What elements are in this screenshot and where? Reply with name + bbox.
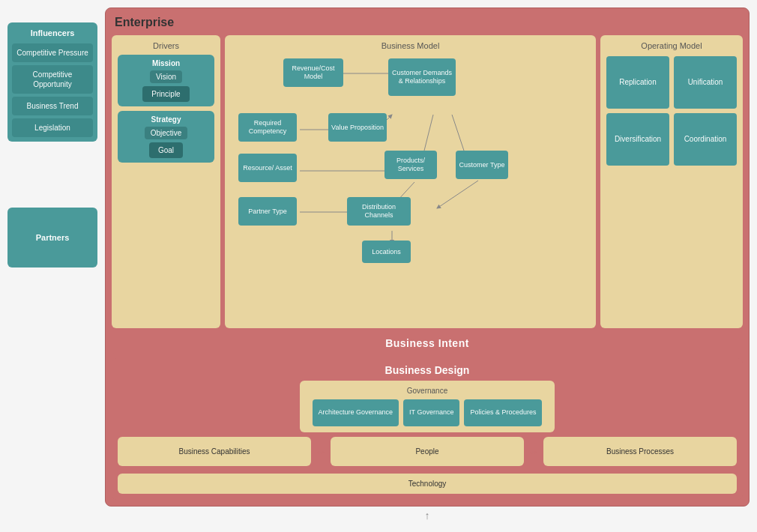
bottom-up-arrow: ↑ — [105, 507, 750, 525]
business-processes: Business Processes — [543, 437, 737, 466]
influencer-legislation: Legislation — [12, 118, 93, 137]
bm-partner-type: Partner Type — [238, 197, 297, 226]
driver-mission: Mission — [152, 59, 180, 67]
gov-architecture: Architecture Governance — [313, 399, 399, 426]
bottom-capabilities-row: Business Capabilities ↔ People ↔ Busines… — [118, 437, 737, 466]
driver-objective: Objective — [145, 127, 188, 139]
governance-box: Governance Architecture Governance IT Go… — [300, 381, 555, 432]
svg-line-8 — [437, 181, 478, 208]
bm-value-proposition: Value Proposition — [328, 113, 387, 142]
main-area: Enterprise Drivers Mission Vision Princi… — [105, 7, 750, 525]
bm-customer-demands: Customer Demands & Relationships — [388, 58, 456, 96]
influencer-business-trend: Business Trend — [12, 97, 93, 115]
bm-resource-asset: Resource/ Asset — [238, 154, 297, 182]
om-grid: Replication Unification Diversification … — [606, 56, 737, 166]
operating-model-box: Operating Model Replication Unification … — [600, 35, 743, 328]
governance-title: Governance — [306, 387, 549, 395]
governance-nodes: Architecture Governance IT Governance Po… — [306, 399, 549, 426]
partners-box: Partners — [7, 208, 97, 267]
influencers-title: Influencers — [12, 27, 93, 40]
arrow-people-processes: ↔ — [527, 446, 540, 458]
driver-group-2: Strategy Objective Goal — [118, 111, 214, 163]
om-diversification: Diversification — [606, 113, 669, 166]
driver-group-1: Mission Vision Principle — [118, 55, 214, 106]
business-design-section: Business Design Governance Architecture … — [112, 358, 743, 500]
enterprise-box: Enterprise Drivers Mission Vision Princi… — [105, 7, 750, 507]
bm-products: Products/ Services — [384, 151, 437, 179]
enterprise-title: Enterprise — [112, 14, 743, 31]
bm-locations: Locations — [362, 241, 411, 263]
drivers-title: Drivers — [118, 41, 214, 50]
drivers-box: Drivers Mission Vision Principle Strateg… — [112, 35, 220, 328]
top-row: Drivers Mission Vision Principle Strateg… — [112, 35, 743, 328]
influencer-competitive-pressure: Competitive Pressure — [12, 43, 93, 62]
arrow-cap-people: ↔ — [314, 446, 328, 458]
bm-customer-type: Customer Type — [456, 151, 508, 179]
om-replication: Replication — [606, 56, 669, 109]
business-capabilities: Business Capabilities — [118, 437, 311, 466]
om-unification: Unification — [674, 56, 737, 109]
business-intent-bar: Business Intent — [112, 333, 743, 354]
bd-title: Business Design — [118, 364, 737, 376]
left-sidebar: Influencers Competitive Pressure Competi… — [7, 7, 97, 525]
business-model-box: Business Model — [225, 35, 596, 328]
influencer-competitive-opportunity: Competitive Opportunity — [12, 65, 93, 94]
driver-strategy: Strategy — [151, 115, 181, 124]
bm-required-competency: Required Competency — [238, 113, 297, 142]
om-title: Operating Model — [606, 41, 737, 50]
people: People — [331, 437, 524, 466]
page: Influencers Competitive Pressure Competi… — [0, 0, 757, 532]
governance-row: Governance Architecture Governance IT Go… — [118, 381, 737, 432]
gov-policies: Policies & Procedures — [464, 399, 542, 426]
partners-label: Partners — [36, 233, 70, 242]
bm-distribution: Distribution Channels — [347, 197, 411, 226]
om-coordination: Coordination — [674, 113, 737, 166]
influencers-box: Influencers Competitive Pressure Competi… — [7, 22, 97, 142]
driver-goal: Goal — [149, 142, 183, 158]
bm-title: Business Model — [231, 41, 590, 50]
driver-vision: Vision — [150, 70, 182, 83]
gov-it: IT Governance — [403, 399, 459, 426]
bm-grid: Revenue/Cost Model Customer Demands & Re… — [231, 55, 590, 265]
technology-bar: Technology — [118, 474, 737, 494]
bm-revenue-cost: Revenue/Cost Model — [283, 58, 343, 87]
driver-principle: Principle — [142, 86, 189, 102]
